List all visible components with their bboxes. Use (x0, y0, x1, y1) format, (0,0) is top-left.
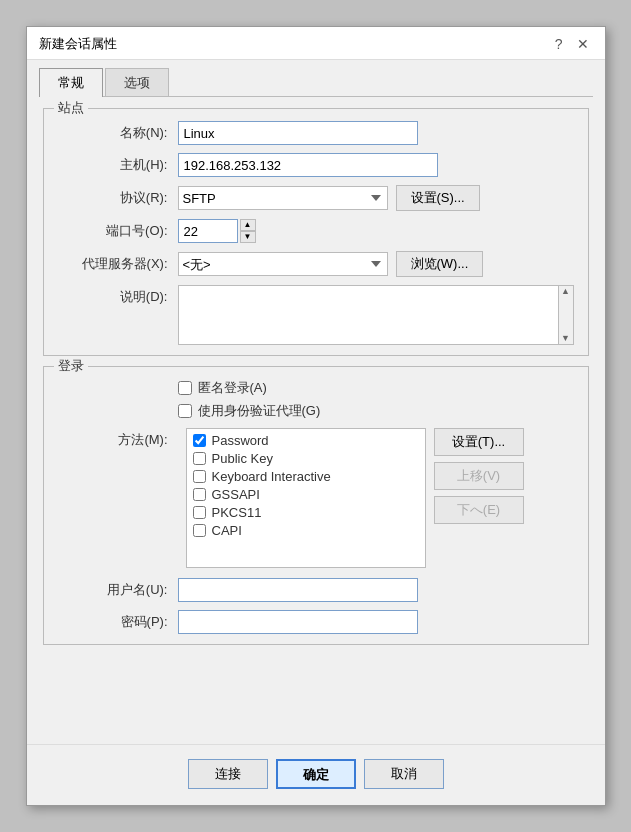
help-button[interactable]: ? (551, 36, 567, 52)
cancel-button[interactable]: 取消 (364, 759, 444, 789)
method-checkbox-capi[interactable] (193, 524, 206, 537)
close-button[interactable]: ✕ (573, 36, 593, 52)
method-settings-button[interactable]: 设置(T)... (434, 428, 524, 456)
use-agent-row: 使用身份验证代理(G) (178, 402, 574, 420)
title-controls: ? ✕ (551, 36, 593, 52)
dialog: 新建会话属性 ? ✕ 常规 选项 站点 名称(N): 主机(H): (26, 26, 606, 806)
port-down-button[interactable]: ▼ (240, 231, 256, 243)
protocol-label: 协议(R): (58, 189, 178, 207)
method-label-publickey: Public Key (212, 451, 273, 466)
port-row: 端口号(O): ▲ ▼ (58, 219, 574, 243)
method-label-pkcs11: PKCS11 (212, 505, 262, 520)
password-row: 密码(P): (58, 610, 574, 634)
protocol-select[interactable]: SFTP FTP SCP TELNET (178, 186, 388, 210)
username-field (178, 578, 574, 602)
host-input[interactable] (178, 153, 438, 177)
connect-button[interactable]: 连接 (188, 759, 268, 789)
method-checkbox-pkcs11[interactable] (193, 506, 206, 519)
proxy-label: 代理服务器(X): (58, 255, 178, 273)
desc-wrapper: ▲ ▼ (178, 285, 574, 345)
title-bar: 新建会话属性 ? ✕ (27, 27, 605, 60)
port-up-button[interactable]: ▲ (240, 219, 256, 231)
login-section: 登录 匿名登录(A) 使用身份验证代理(G) 方法(M): Pa (43, 366, 589, 645)
method-row: 方法(M): Password Public Key Keyboard Inte… (58, 428, 574, 568)
password-field (178, 610, 574, 634)
port-wrapper: ▲ ▼ (178, 219, 256, 243)
name-field (178, 121, 574, 145)
host-field (178, 153, 574, 177)
footer: 连接 确定 取消 (27, 744, 605, 805)
use-agent-label: 使用身份验证代理(G) (198, 402, 321, 420)
desc-scrollbar[interactable]: ▲ ▼ (558, 285, 574, 345)
desc-field: ▲ ▼ (178, 285, 574, 345)
proxy-row: 代理服务器(X): <无> 浏览(W)... (58, 251, 574, 277)
port-input[interactable] (178, 219, 238, 243)
username-input[interactable] (178, 578, 418, 602)
method-checkbox-keyboard[interactable] (193, 470, 206, 483)
ok-button[interactable]: 确定 (276, 759, 356, 789)
anonymous-row: 匿名登录(A) (178, 379, 574, 397)
method-item-password: Password (193, 433, 419, 448)
name-row: 名称(N): (58, 121, 574, 145)
protocol-settings-button[interactable]: 设置(S)... (396, 185, 480, 211)
desc-label: 说明(D): (58, 285, 178, 306)
site-legend: 站点 (54, 99, 88, 117)
method-label: 方法(M): (58, 428, 178, 449)
method-checkbox-password[interactable] (193, 434, 206, 447)
username-label: 用户名(U): (58, 581, 178, 599)
desc-row: 说明(D): ▲ ▼ (58, 285, 574, 345)
method-label-capi: CAPI (212, 523, 242, 538)
port-field: ▲ ▼ (178, 219, 574, 243)
method-item-publickey: Public Key (193, 451, 419, 466)
password-input[interactable] (178, 610, 418, 634)
method-buttons: 设置(T)... 上移(V) 下へ(E) (434, 428, 524, 524)
site-section: 站点 名称(N): 主机(H): 协议(R): SFT (43, 108, 589, 356)
proxy-select[interactable]: <无> (178, 252, 388, 276)
anonymous-checkbox[interactable] (178, 381, 192, 395)
method-item-capi: CAPI (193, 523, 419, 538)
method-listbox: Password Public Key Keyboard Interactive… (186, 428, 426, 568)
method-checkbox-gssapi[interactable] (193, 488, 206, 501)
scroll-down-arrow: ▼ (561, 334, 570, 343)
password-label: 密码(P): (58, 613, 178, 631)
anonymous-label: 匿名登录(A) (198, 379, 267, 397)
method-item-keyboard: Keyboard Interactive (193, 469, 419, 484)
scroll-up-arrow: ▲ (561, 287, 570, 296)
proxy-browse-button[interactable]: 浏览(W)... (396, 251, 484, 277)
username-row: 用户名(U): (58, 578, 574, 602)
name-input[interactable] (178, 121, 418, 145)
proxy-field: <无> 浏览(W)... (178, 251, 574, 277)
method-item-gssapi: GSSAPI (193, 487, 419, 502)
main-content: 站点 名称(N): 主机(H): 协议(R): SFT (27, 98, 605, 744)
port-spinner: ▲ ▼ (240, 219, 256, 243)
tab-general[interactable]: 常规 (39, 68, 103, 97)
tabs-row: 常规 选项 (27, 60, 605, 97)
login-legend: 登录 (54, 357, 88, 375)
host-row: 主机(H): (58, 153, 574, 177)
method-checkbox-publickey[interactable] (193, 452, 206, 465)
use-agent-checkbox[interactable] (178, 404, 192, 418)
login-options: 匿名登录(A) 使用身份验证代理(G) (58, 379, 574, 420)
protocol-field: SFTP FTP SCP TELNET 设置(S)... (178, 185, 574, 211)
protocol-row: 协议(R): SFTP FTP SCP TELNET 设置(S)... (58, 185, 574, 211)
port-label: 端口号(O): (58, 222, 178, 240)
method-label-gssapi: GSSAPI (212, 487, 260, 502)
host-label: 主机(H): (58, 156, 178, 174)
name-label: 名称(N): (58, 124, 178, 142)
method-up-button[interactable]: 上移(V) (434, 462, 524, 490)
method-label-password: Password (212, 433, 269, 448)
desc-textarea[interactable] (178, 285, 558, 345)
method-down-button[interactable]: 下へ(E) (434, 496, 524, 524)
tab-underline (39, 96, 593, 97)
method-label-keyboard: Keyboard Interactive (212, 469, 331, 484)
dialog-title: 新建会话属性 (39, 35, 117, 53)
tab-options[interactable]: 选项 (105, 68, 169, 97)
method-item-pkcs11: PKCS11 (193, 505, 419, 520)
